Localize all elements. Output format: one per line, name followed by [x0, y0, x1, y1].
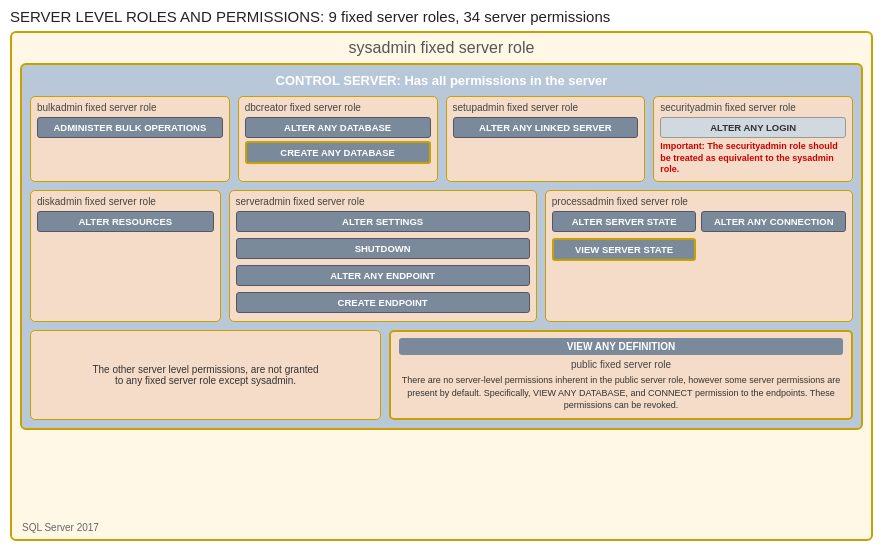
securityadmin-note: Important: The securityadmin role should…: [660, 141, 846, 176]
diskadmin-card: diskadmin fixed server role ALTER RESOUR…: [30, 190, 221, 322]
roles-row-2: diskadmin fixed server role ALTER RESOUR…: [30, 190, 853, 322]
serveradmin-perm4: CREATE ENDPOINT: [236, 292, 530, 313]
other-perms-text: The other server level permissions, are …: [92, 364, 318, 386]
other-perms-note: The other server level permissions, are …: [30, 330, 381, 420]
page-title: SERVER LEVEL ROLES AND PERMISSIONS: 9 fi…: [10, 8, 873, 25]
securityadmin-perm1: ALTER ANY LOGIN: [660, 117, 846, 138]
bulkadmin-card: bulkadmin fixed server role ADMINISTER B…: [30, 96, 230, 182]
control-server-title: CONTROL SERVER: Has all permissions in t…: [30, 73, 853, 88]
processadmin-perm1: ALTER SERVER STATE: [552, 211, 697, 232]
diskadmin-title: diskadmin fixed server role: [37, 196, 214, 207]
public-role-title: public fixed server role: [399, 359, 843, 370]
sysadmin-box: sysadmin fixed server role CONTROL SERVE…: [10, 31, 873, 541]
view-any-def-badge: VIEW ANY DEFINITION: [399, 338, 843, 355]
bulkadmin-perm1: ADMINISTER BULK OPERATIONS: [37, 117, 223, 138]
setupadmin-card: setupadmin fixed server role ALTER ANY L…: [446, 96, 646, 182]
title-bold: SERVER LEVEL ROLES AND PERMISSIONS:: [10, 8, 324, 25]
roles-row-1: bulkadmin fixed server role ADMINISTER B…: [30, 96, 853, 182]
dbcreator-title: dbcreator fixed server role: [245, 102, 431, 113]
processadmin-card: processadmin fixed server role ALTER SER…: [545, 190, 853, 322]
dbcreator-perm2: CREATE ANY DATABASE: [245, 141, 431, 164]
serveradmin-perm1: ALTER SETTINGS: [236, 211, 530, 232]
securityadmin-title: securityadmin fixed server role: [660, 102, 846, 113]
diskadmin-perm1: ALTER RESOURCES: [37, 211, 214, 232]
control-server-box: CONTROL SERVER: Has all permissions in t…: [20, 63, 863, 430]
view-any-def-box: VIEW ANY DEFINITION public fixed server …: [389, 330, 853, 420]
processadmin-perm2: ALTER ANY CONNECTION: [701, 211, 846, 232]
serveradmin-title: serveradmin fixed server role: [236, 196, 530, 207]
dbcreator-perm1: ALTER ANY DATABASE: [245, 117, 431, 138]
processadmin-perm3: VIEW SERVER STATE: [552, 238, 697, 261]
setupadmin-perm1: ALTER ANY LINKED SERVER: [453, 117, 639, 138]
serveradmin-perm3: ALTER ANY ENDPOINT: [236, 265, 530, 286]
dbcreator-card: dbcreator fixed server role ALTER ANY DA…: [238, 96, 438, 182]
bulkadmin-title: bulkadmin fixed server role: [37, 102, 223, 113]
serveradmin-card: serveradmin fixed server role ALTER SETT…: [229, 190, 537, 322]
page: SERVER LEVEL ROLES AND PERMISSIONS: 9 fi…: [0, 0, 883, 558]
bottom-section: The other server level permissions, are …: [30, 330, 853, 420]
securityadmin-card: securityadmin fixed server role ALTER AN…: [653, 96, 853, 182]
title-normal: 9 fixed server roles, 34 server permissi…: [324, 8, 610, 25]
processadmin-title: processadmin fixed server role: [552, 196, 846, 207]
sql-server-label: SQL Server 2017: [22, 522, 99, 533]
sysadmin-title: sysadmin fixed server role: [20, 39, 863, 57]
serveradmin-perm2: SHUTDOWN: [236, 238, 530, 259]
setupadmin-title: setupadmin fixed server role: [453, 102, 639, 113]
public-role-desc: There are no server-level permissions in…: [399, 374, 843, 412]
